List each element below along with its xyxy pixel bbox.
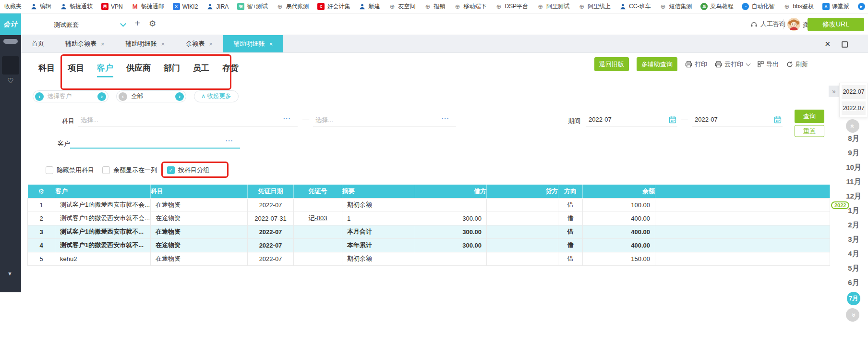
- account-name[interactable]: 测试账套: [54, 21, 79, 29]
- subnav-item-员工[interactable]: 员工: [193, 62, 209, 77]
- months-scroll-down-button[interactable]: «: [846, 308, 859, 322]
- month-3月[interactable]: 3月: [844, 234, 864, 245]
- heart-icon[interactable]: ♡: [0, 76, 21, 85]
- multi-assist-query-button[interactable]: 多辅助查询: [637, 57, 677, 71]
- bookmark-item[interactable]: JIRA: [202, 3, 233, 10]
- subnav-item-部门[interactable]: 部门: [164, 62, 180, 77]
- bookmark-item[interactable]: ⊕短信集测: [655, 2, 696, 11]
- bookmark-item[interactable]: 编辑: [26, 2, 56, 11]
- refresh-button[interactable]: 刷新: [786, 60, 808, 69]
- bookmark-item[interactable]: A课堂派: [818, 2, 854, 11]
- month-6月[interactable]: 6月: [844, 277, 864, 288]
- bookmark-item[interactable]: 用VPN: [97, 3, 127, 10]
- tab-close-icon[interactable]: ×: [161, 40, 165, 48]
- month-9月[interactable]: 9月: [844, 148, 864, 158]
- period-to-field[interactable]: 2022-07: [692, 114, 783, 126]
- export-button[interactable]: 导出: [758, 60, 779, 69]
- option-余额显示在一列[interactable]: 余额显示在一列: [102, 166, 157, 175]
- next-icon[interactable]: ›: [97, 92, 106, 101]
- cloud-print-button[interactable]: 云打印: [715, 60, 750, 69]
- collapse-more-pill[interactable]: ∧ 收起更多: [194, 90, 239, 102]
- sidebar-scroll-down-icon[interactable]: ▼: [7, 271, 12, 276]
- table-row[interactable]: 2测试客户1的撒爱西安市就不会...在途物资2022-07-31记-003130…: [28, 212, 830, 225]
- month-5月[interactable]: 5月: [844, 263, 864, 274]
- customer-field[interactable]: ···: [70, 137, 240, 149]
- option-按科目分组[interactable]: ✓按科目分组: [167, 166, 209, 175]
- settings-gear-icon[interactable]: ⚙: [149, 19, 156, 29]
- checkbox-checked-icon[interactable]: ✓: [167, 166, 175, 174]
- subnav-item-科目[interactable]: 科目: [38, 62, 55, 77]
- table-row[interactable]: 5kehu2在途物资2022-07期初余额借150.00: [28, 252, 830, 265]
- table-row[interactable]: 3测试客户1的撒爱西安市就不...在途物资2022-07本月合计300.00借4…: [28, 225, 830, 238]
- bookmark-item[interactable]: M畅捷通邮: [127, 2, 169, 11]
- subject-to-field[interactable]: 选择... ···: [313, 114, 456, 126]
- tab-辅助明细账[interactable]: 辅助明细账×: [223, 35, 284, 52]
- tab-余额表[interactable]: 余额表×: [175, 35, 223, 52]
- bookmark-item[interactable]: ⊕阿里线上: [574, 2, 615, 11]
- subject-from-picker-icon[interactable]: ···: [283, 115, 291, 122]
- prev-icon[interactable]: ‹: [119, 92, 127, 101]
- customer-picker-icon[interactable]: ···: [226, 137, 233, 144]
- month-12月[interactable]: 12月: [844, 191, 864, 201]
- bookmark-item[interactable]: ⊕bbs鉴权: [779, 2, 818, 11]
- bookmark-item[interactable]: CC-班车: [615, 2, 655, 11]
- checkbox-icon[interactable]: [46, 166, 53, 174]
- print-button[interactable]: 打印: [685, 60, 707, 69]
- close-icon[interactable]: ×: [825, 38, 831, 50]
- gear-icon[interactable]: ⚙: [38, 187, 44, 195]
- next-icon[interactable]: ›: [175, 92, 184, 101]
- column-settings-header[interactable]: ⚙: [28, 185, 55, 198]
- avatar[interactable]: [787, 18, 800, 31]
- back-to-old-button[interactable]: 退回旧版: [594, 57, 629, 71]
- tab-close-icon[interactable]: ×: [101, 40, 105, 48]
- bookmark-item[interactable]: 鸟菜鸟教程: [696, 2, 737, 11]
- subject-to-picker-icon[interactable]: ···: [442, 115, 449, 122]
- table-row[interactable]: 1测试客户1的撒爱西安市就不会...在途物资2022-07期初余额借100.00: [28, 198, 830, 212]
- calendar-icon[interactable]: [669, 116, 676, 125]
- bookmark-item[interactable]: C好会计集: [313, 2, 354, 11]
- subnav-item-项目[interactable]: 项目: [68, 62, 84, 77]
- month-2月[interactable]: 2月: [844, 220, 864, 230]
- option-隐藏禁用科目[interactable]: 隐藏禁用科目: [46, 166, 94, 175]
- subnav-item-存货[interactable]: 存货: [222, 62, 239, 77]
- subject-from-field[interactable]: 选择... ···: [78, 114, 298, 126]
- period-box[interactable]: 2022.07: [842, 101, 866, 115]
- modify-url-button[interactable]: 修改URL: [808, 18, 864, 31]
- bookmark-item[interactable]: ⊕移动端下: [449, 2, 491, 11]
- bookmark-item[interactable]: XWIKI2: [169, 3, 203, 10]
- voucher-link[interactable]: 记-003: [308, 214, 327, 222]
- tab-首页[interactable]: 首页: [21, 35, 55, 52]
- tab-close-icon[interactable]: ×: [269, 40, 273, 48]
- bookmark-item[interactable]: ◔自动化智: [737, 2, 779, 11]
- month-4月[interactable]: 4月: [844, 249, 864, 259]
- period-from-field[interactable]: 2022-07: [586, 114, 677, 126]
- bookmark-item[interactable]: ⊕易代账测: [272, 2, 313, 11]
- scope-filter-pill[interactable]: ‹ 全部 ›: [116, 90, 186, 102]
- bookmark-item[interactable]: ⊕友空间: [384, 2, 420, 11]
- support-link[interactable]: 人工咨询: [750, 20, 785, 28]
- bookmark-item[interactable]: 收藏夹: [0, 2, 26, 11]
- checkbox-icon[interactable]: [102, 166, 110, 174]
- bookmark-item[interactable]: ⊕DSP平台: [491, 2, 532, 11]
- period-panel-expand-icon[interactable]: »: [829, 86, 839, 97]
- fullscreen-icon[interactable]: [842, 41, 848, 48]
- sidebar-active-item[interactable]: [2, 56, 19, 75]
- tab-close-icon[interactable]: ×: [209, 40, 213, 48]
- tab-辅助明细账[interactable]: 辅助明细账×: [115, 35, 176, 52]
- calendar-icon[interactable]: [774, 116, 782, 125]
- subnav-item-客户[interactable]: 客户: [97, 62, 113, 77]
- account-chevron-down-icon[interactable]: [120, 21, 126, 27]
- query-button[interactable]: 查询: [795, 110, 824, 123]
- subnav-item-供应商[interactable]: 供应商: [126, 62, 151, 77]
- bookmark-item[interactable]: ⊕报销: [420, 2, 449, 11]
- sidebar-handle[interactable]: [3, 39, 18, 44]
- period-box[interactable]: 2022.07: [842, 85, 866, 99]
- table-row[interactable]: 4测试客户1的撒爱西安市就不...在途物资2022-07本年累计300.00借4…: [28, 238, 830, 252]
- month-7月[interactable]: 7月: [847, 292, 860, 305]
- customer-filter-pill[interactable]: ‹ 选择客户 ›: [33, 90, 108, 102]
- add-tab-button[interactable]: +: [134, 17, 140, 29]
- bookmark-item[interactable]: 新建: [354, 2, 384, 11]
- month-11月[interactable]: 11月: [844, 176, 864, 187]
- tab-辅助余额表[interactable]: 辅助余额表×: [55, 35, 115, 52]
- reset-button[interactable]: 重置: [795, 125, 824, 137]
